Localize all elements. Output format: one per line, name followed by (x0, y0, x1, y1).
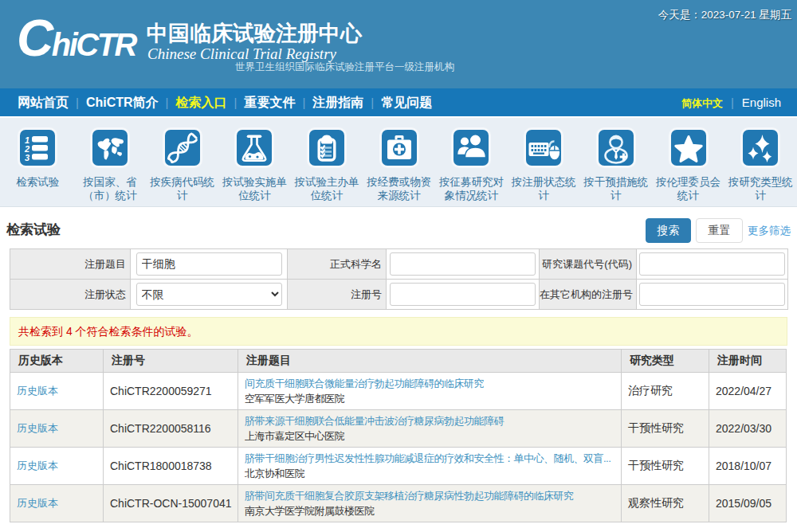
svg-text:3: 3 (25, 153, 29, 162)
